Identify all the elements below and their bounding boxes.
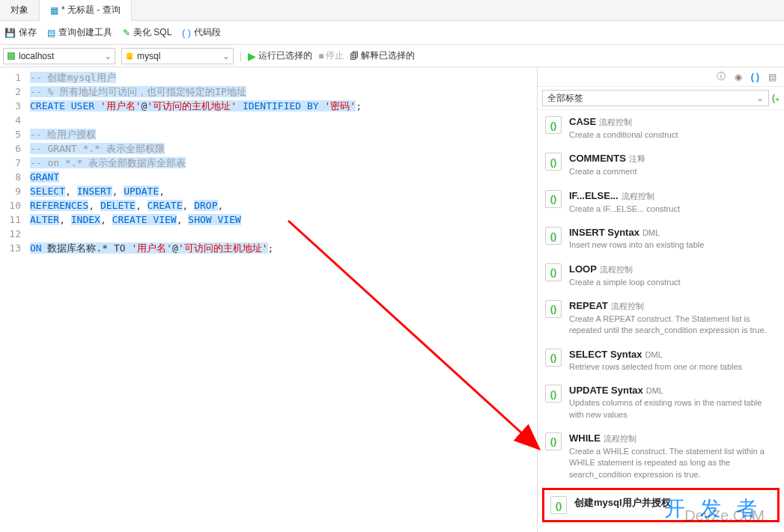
editor-tabs: 对象 ▦ * 无标题 - 查询 <box>0 0 784 21</box>
code-line[interactable]: REFERENCES, DELETE, CREATE, DROP, <box>30 198 537 213</box>
snippet-desc: Retrieve rows selected from one or more … <box>569 361 777 373</box>
line-number: 13 <box>0 241 21 255</box>
chevron-down-icon: ⌄ <box>756 93 764 103</box>
query-builder-icon: ▤ <box>47 28 55 38</box>
toolbar: 💾保存 ▤查询创建工具 ✎美化 SQL ( )代码段 <box>0 21 784 45</box>
line-gutter: 12345678910111213 <box>0 67 25 532</box>
code-line[interactable]: CREATE USER '用户名'@'可访问的主机地址' IDENTIFIED … <box>30 99 537 113</box>
query-builder-button[interactable]: ▤查询创建工具 <box>47 26 112 39</box>
line-number: 6 <box>0 141 21 156</box>
snippet-item-icon: () <box>550 496 567 514</box>
line-number: 1 <box>0 70 21 85</box>
snippet-item-icon: () <box>545 263 562 281</box>
code-line[interactable]: -- 创建mysql用户 <box>30 70 537 85</box>
code-line[interactable]: GRANT <box>30 170 537 184</box>
snippet-title: CASE流程控制 <box>569 116 777 128</box>
line-number: 10 <box>0 198 21 213</box>
snippet-desc: Insert new rows into an existing table <box>569 239 777 251</box>
svg-rect-0 <box>8 52 15 59</box>
play-icon: ▶ <box>248 50 256 62</box>
code-line[interactable]: SELECT, INSERT, UPDATE, <box>30 184 537 198</box>
save-button[interactable]: 💾保存 <box>4 26 37 39</box>
host-select[interactable]: localhost⌄ <box>3 48 115 64</box>
svg-point-3 <box>127 57 133 59</box>
stop-button[interactable]: ■ 停止 <box>318 49 344 62</box>
snippet-item[interactable]: ()UPDATE SyntaxDMLUpdates columns of exi… <box>538 379 784 426</box>
snippet-title: UPDATE SyntaxDML <box>569 385 777 396</box>
snippet-list: ()CASE流程控制Create a conditional construct… <box>538 110 784 532</box>
history-icon[interactable]: ▤ <box>768 72 777 82</box>
snippet-item-icon: () <box>545 190 562 208</box>
code-line[interactable]: ON 数据库名称.* TO '用户名'@'可访问的主机地址'; <box>30 241 537 255</box>
snippet-item[interactable]: ()INSERT SyntaxDMLInsert new rows into a… <box>538 221 784 257</box>
info-icon[interactable]: ⓘ <box>717 70 726 83</box>
snippet-item[interactable]: ()SELECT SyntaxDMLRetrieve rows selected… <box>538 343 784 379</box>
snippet-desc: Create a conditional construct <box>569 129 777 141</box>
snippet-desc: Create a comment <box>569 166 777 177</box>
code-line[interactable] <box>30 227 537 241</box>
snippet-button[interactable]: ( )代码段 <box>182 26 220 39</box>
chevron-down-icon: ⌄ <box>104 51 112 61</box>
code-line[interactable]: -- on *.* 表示全部数据库全部表 <box>30 156 537 170</box>
host-icon <box>7 52 16 61</box>
add-snippet-icon[interactable]: (₊ <box>772 93 780 103</box>
snippet-icon: ( ) <box>182 28 190 38</box>
snippet-desc: Updates columns of existing rows in the … <box>569 397 777 421</box>
eye-icon[interactable]: ◉ <box>735 72 742 82</box>
snippet-title: WHILE流程控制 <box>569 432 777 444</box>
tag-filter-select[interactable]: 全部标签⌄ <box>542 90 769 106</box>
query-tab-icon: ▦ <box>50 5 58 16</box>
snippet-title: IF...ELSE...流程控制 <box>569 190 777 202</box>
snippet-item[interactable]: ()创建mysql用户并授权 <box>542 488 780 522</box>
beautify-button[interactable]: ✎美化 SQL <box>123 26 171 39</box>
snippet-item[interactable]: ()IF...ELSE...流程控制Create a IF...ELSE... … <box>538 184 784 221</box>
line-number: 12 <box>0 227 21 241</box>
snippet-item-icon: () <box>545 349 562 367</box>
snippet-item-icon: () <box>545 385 562 403</box>
snippet-panel-icon[interactable]: ( ) <box>751 72 759 82</box>
save-icon: 💾 <box>4 28 16 38</box>
code-line[interactable]: -- 给用户授权 <box>30 127 537 141</box>
snippet-item[interactable]: ()CASE流程控制Create a conditional construct <box>538 110 784 147</box>
code-line[interactable]: -- GRANT *.* 表示全部权限 <box>30 141 537 156</box>
snippet-item-icon: () <box>545 432 562 450</box>
snippet-desc: Create A REPEAT construct. The Statement… <box>569 314 777 337</box>
line-number: 5 <box>0 127 21 141</box>
snippet-item[interactable]: ()LOOP流程控制Create a simple loop construct <box>538 257 784 294</box>
snippet-title: REPEAT流程控制 <box>569 300 777 312</box>
snippet-title: COMMENTS注释 <box>569 153 777 165</box>
code-area[interactable]: -- 创建mysql用户-- % 所有地址均可访问，也可指定特定的IP地址CRE… <box>25 67 537 532</box>
sql-editor[interactable]: 12345678910111213 -- 创建mysql用户-- % 所有地址均… <box>0 67 537 532</box>
snippet-item-icon: () <box>545 116 562 134</box>
snippet-title: SELECT SyntaxDML <box>569 349 777 360</box>
code-line[interactable] <box>30 113 537 127</box>
line-number: 11 <box>0 213 21 227</box>
run-selected-button[interactable]: ▶运行已选择的 <box>248 49 312 62</box>
db-select[interactable]: mysql⌄ <box>121 48 234 64</box>
chevron-down-icon: ⌄ <box>222 51 230 61</box>
stop-icon: ■ <box>318 51 323 61</box>
explain-button[interactable]: 🗐 解释已选择的 <box>350 49 415 62</box>
tab-objects[interactable]: 对象 <box>0 0 40 20</box>
line-number: 4 <box>0 113 21 127</box>
snippet-item[interactable]: ()REPEAT流程控制Create A REPEAT construct. T… <box>538 294 784 343</box>
snippet-desc: Create a simple loop construct <box>569 277 777 288</box>
line-number: 8 <box>0 170 21 184</box>
snippet-desc: Create a IF...ELSE... construct <box>569 204 777 215</box>
explain-icon: 🗐 <box>350 51 359 61</box>
snippet-title: LOOP流程控制 <box>569 263 777 275</box>
snippet-item[interactable]: ()WHILE流程控制Create a WHILE construct. The… <box>538 426 784 486</box>
snippet-title: INSERT SyntaxDML <box>569 227 777 238</box>
code-line[interactable]: ALTER, INDEX, CREATE VIEW, SHOW VIEW <box>30 213 537 227</box>
line-number: 3 <box>0 99 21 113</box>
code-line[interactable]: -- % 所有地址均可访问，也可指定特定的IP地址 <box>30 85 537 99</box>
line-number: 7 <box>0 156 21 170</box>
snippet-panel: ⓘ ◉ ( ) ▤ 全部标签⌄ (₊ ()CASE流程控制Create a co… <box>537 67 784 532</box>
snippet-item-icon: () <box>545 300 562 318</box>
snippet-item[interactable]: ()COMMENTS注释Create a comment <box>538 147 784 183</box>
database-icon <box>125 52 134 61</box>
snippet-item-icon: () <box>545 153 562 171</box>
tab-query[interactable]: ▦ * 无标题 - 查询 <box>40 0 132 21</box>
connection-bar: localhost⌄ mysql⌄ | ▶运行已选择的 ■ 停止 🗐 解释已选择… <box>0 45 784 67</box>
snippet-desc: Create a WHILE construct. The statement … <box>569 446 777 480</box>
